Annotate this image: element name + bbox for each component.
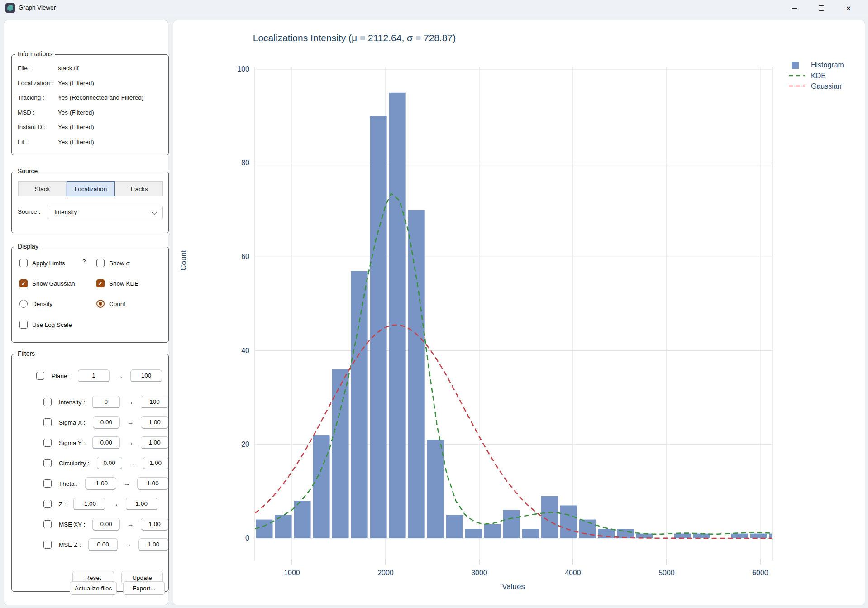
x-tick-label: 1000 bbox=[284, 569, 300, 577]
info-value: stack.tif bbox=[58, 65, 79, 72]
minimize-icon bbox=[792, 8, 797, 9]
legend-kde-label: KDE bbox=[811, 72, 826, 80]
filter-min-input[interactable]: -1.00 bbox=[85, 477, 116, 490]
info-value: Yes (Filtered) bbox=[58, 109, 94, 116]
app-icon-blob bbox=[7, 5, 13, 11]
info-row: Localization :Yes (Filtered) bbox=[12, 76, 168, 91]
histogram-bar bbox=[465, 529, 482, 538]
apply-limits-help[interactable]: ? bbox=[82, 258, 86, 265]
tab-stack[interactable]: Stack bbox=[18, 181, 67, 196]
histogram-bar bbox=[769, 534, 772, 538]
info-value: Yes (Filtered) bbox=[58, 139, 94, 145]
filter-min-input[interactable]: 0 bbox=[92, 396, 120, 408]
maximize-icon bbox=[819, 5, 824, 11]
count-label: Count bbox=[109, 301, 125, 307]
histogram-bar bbox=[332, 369, 349, 538]
filter-max-input[interactable]: 1.00 bbox=[138, 538, 168, 551]
maximize-button[interactable] bbox=[809, 0, 834, 16]
filter-checkbox[interactable] bbox=[43, 439, 52, 447]
filter-label: Circularity : bbox=[59, 460, 90, 467]
minimize-button[interactable] bbox=[782, 0, 807, 16]
filter-checkbox[interactable] bbox=[43, 418, 52, 426]
informations-rows: File :stack.tifLocalization :Yes (Filter… bbox=[12, 61, 168, 149]
filter-max-input[interactable]: 1.00 bbox=[141, 416, 168, 429]
info-row: Instant D :Yes (Filtered) bbox=[12, 120, 168, 135]
close-icon: ✕ bbox=[846, 5, 852, 12]
x-axis-label: Values bbox=[502, 582, 525, 591]
display-group: Display ? Apply Limits Show σ Show Gauss… bbox=[11, 247, 169, 343]
filter-max-input[interactable]: 1.00 bbox=[143, 457, 168, 469]
export-button[interactable]: Export... bbox=[123, 581, 165, 595]
source-select-label: Source : bbox=[18, 208, 40, 215]
info-row: MSD :Yes (Filtered) bbox=[12, 105, 168, 120]
histogram-bar bbox=[294, 501, 311, 538]
filters-group: Filters Plane :1→100Intensity :0→100Sigm… bbox=[11, 354, 169, 592]
arrow-right-icon: → bbox=[117, 372, 123, 379]
tab-localization[interactable]: Localization bbox=[67, 181, 115, 196]
filter-checkbox[interactable] bbox=[43, 459, 52, 467]
apply-limits-checkbox[interactable]: Apply Limits bbox=[19, 258, 65, 268]
filter-checkbox[interactable] bbox=[36, 372, 44, 380]
filter-min-input[interactable]: 0.00 bbox=[92, 518, 120, 531]
filter-max-input[interactable]: 1.00 bbox=[137, 477, 168, 490]
filter-max-input[interactable]: 1.00 bbox=[141, 436, 168, 449]
filter-row: Sigma X :0.00→1.00 bbox=[12, 416, 168, 429]
source-tabs: Stack Localization Tracks bbox=[18, 181, 163, 196]
tab-tracks[interactable]: Tracks bbox=[115, 181, 163, 196]
filter-min-input[interactable]: 0.00 bbox=[92, 436, 120, 449]
use-log-scale-checkbox[interactable]: Use Log Scale bbox=[19, 320, 72, 330]
show-kde-box[interactable] bbox=[96, 279, 105, 287]
chart-area: 100020003000400050006000020406080100Loca… bbox=[173, 20, 865, 605]
show-kde-checkbox[interactable]: Show KDE bbox=[96, 278, 138, 288]
informations-group-label: Informations bbox=[15, 50, 55, 57]
filter-max-input[interactable]: 100 bbox=[130, 369, 162, 382]
filter-min-input[interactable]: 0.00 bbox=[93, 416, 120, 429]
legend-gaussian-label: Gaussian bbox=[811, 82, 842, 90]
filter-min-input[interactable]: 0.00 bbox=[97, 457, 122, 469]
filter-max-input[interactable]: 1.00 bbox=[141, 518, 168, 531]
density-radio[interactable]: Density bbox=[19, 299, 52, 309]
show-gaussian-box[interactable] bbox=[19, 279, 28, 287]
show-gaussian-checkbox[interactable]: Show Gaussian bbox=[19, 278, 75, 288]
density-radio-circle[interactable] bbox=[19, 300, 28, 308]
y-tick-label: 20 bbox=[241, 440, 249, 448]
show-sigma-checkbox[interactable]: Show σ bbox=[96, 258, 130, 268]
filter-checkbox[interactable] bbox=[43, 520, 52, 528]
legend-histogram-swatch bbox=[792, 62, 799, 69]
use-log-scale-box[interactable] bbox=[19, 321, 28, 329]
filter-checkbox[interactable] bbox=[43, 500, 52, 508]
source-dropdown[interactable]: Intensity bbox=[48, 206, 163, 219]
filter-min-input[interactable]: 1 bbox=[78, 369, 110, 382]
filter-row: Circularity :0.00→1.00 bbox=[12, 456, 168, 470]
x-tick-label: 4000 bbox=[565, 569, 581, 577]
filter-max-input[interactable]: 1.00 bbox=[126, 498, 157, 510]
y-tick-label: 40 bbox=[241, 347, 249, 354]
filter-checkbox[interactable] bbox=[43, 398, 52, 406]
close-button[interactable]: ✕ bbox=[836, 0, 861, 16]
actualize-files-button[interactable]: Actualize files bbox=[70, 581, 117, 595]
y-tick-label: 80 bbox=[241, 159, 249, 167]
apply-limits-box[interactable] bbox=[19, 259, 28, 267]
count-radio[interactable]: Count bbox=[96, 299, 125, 309]
count-radio-circle[interactable] bbox=[96, 300, 105, 308]
info-label: Localization : bbox=[18, 80, 53, 86]
legend-histogram-label: Histogram bbox=[811, 61, 844, 69]
filter-min-input[interactable]: 0.00 bbox=[88, 538, 118, 551]
filter-checkbox[interactable] bbox=[43, 541, 52, 549]
info-value: Yes (Reconnected and Filtered) bbox=[58, 94, 143, 101]
filter-label: MSE XY : bbox=[59, 521, 85, 528]
app-icon bbox=[5, 3, 15, 13]
filter-min-input[interactable]: -1.00 bbox=[73, 498, 105, 510]
filter-max-input[interactable]: 100 bbox=[141, 396, 168, 408]
info-label: File : bbox=[18, 65, 31, 72]
show-sigma-box[interactable] bbox=[96, 259, 105, 267]
show-kde-label: Show KDE bbox=[109, 280, 138, 287]
histogram-bars bbox=[256, 93, 773, 538]
density-label: Density bbox=[32, 301, 52, 307]
x-tick-label: 5000 bbox=[658, 569, 675, 577]
filter-checkbox[interactable] bbox=[43, 479, 52, 488]
histogram-bar bbox=[560, 505, 577, 538]
arrow-right-icon: → bbox=[124, 480, 130, 487]
histogram-bar bbox=[313, 435, 330, 538]
y-tick-label: 0 bbox=[245, 534, 249, 542]
